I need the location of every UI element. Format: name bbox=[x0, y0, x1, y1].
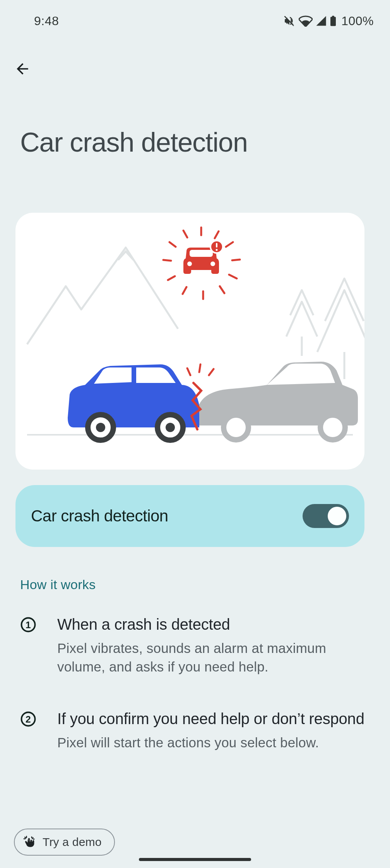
svg-line-23 bbox=[163, 260, 171, 261]
master-toggle-label: Car crash detection bbox=[31, 507, 168, 525]
battery-text: 100% bbox=[341, 14, 374, 28]
illustration-card bbox=[15, 213, 364, 470]
gesture-nav-handle[interactable] bbox=[139, 858, 251, 861]
svg-line-21 bbox=[183, 287, 186, 294]
status-icons-group: 100% bbox=[283, 14, 374, 28]
svg-line-11 bbox=[187, 368, 190, 375]
step-one-title: When a crash is detected bbox=[57, 614, 370, 634]
how-it-works-heading: How it works bbox=[20, 577, 96, 592]
svg-point-6 bbox=[320, 415, 345, 440]
svg-line-18 bbox=[229, 275, 237, 279]
svg-point-31 bbox=[216, 249, 218, 251]
step-two-badge-icon: 2 bbox=[20, 711, 36, 752]
crash-illustration bbox=[15, 213, 364, 470]
svg-point-8 bbox=[96, 423, 105, 432]
step-one: 1 When a crash is detected Pixel vibrate… bbox=[20, 614, 370, 677]
svg-rect-26 bbox=[190, 250, 213, 257]
svg-line-22 bbox=[168, 276, 175, 280]
step-two-desc: Pixel will start the actions you select … bbox=[57, 733, 370, 752]
svg-line-19 bbox=[220, 286, 224, 293]
status-bar: 9:48 100% bbox=[0, 0, 390, 31]
toggle-switch[interactable] bbox=[303, 504, 349, 528]
svg-line-17 bbox=[232, 260, 240, 260]
step-two-title: If you confirm you need help or don’t re… bbox=[57, 709, 370, 729]
svg-line-24 bbox=[169, 242, 176, 247]
svg-point-27 bbox=[187, 261, 192, 266]
svg-line-13 bbox=[209, 369, 214, 375]
svg-line-16 bbox=[226, 242, 233, 247]
wifi-icon bbox=[299, 15, 313, 27]
svg-point-28 bbox=[210, 261, 215, 266]
page-title: Car crash detection bbox=[20, 127, 248, 158]
toggle-knob bbox=[328, 507, 346, 525]
svg-line-15 bbox=[215, 231, 219, 238]
step-one-desc: Pixel vibrates, sounds an alarm at maxim… bbox=[57, 639, 370, 677]
master-toggle-card[interactable]: Car crash detection bbox=[15, 485, 364, 547]
svg-point-10 bbox=[166, 423, 175, 432]
svg-rect-30 bbox=[216, 243, 217, 248]
svg-line-25 bbox=[183, 231, 187, 238]
back-button[interactable] bbox=[14, 60, 31, 79]
svg-text:1: 1 bbox=[26, 620, 31, 630]
try-demo-button[interactable]: Try a demo bbox=[14, 829, 115, 856]
status-time: 9:48 bbox=[34, 14, 59, 28]
try-demo-label: Try a demo bbox=[43, 836, 102, 849]
tap-demo-icon bbox=[23, 836, 36, 849]
svg-point-5 bbox=[224, 415, 248, 440]
svg-rect-1 bbox=[332, 16, 334, 17]
step-one-badge-icon: 1 bbox=[20, 617, 36, 677]
arrow-back-icon bbox=[14, 60, 31, 77]
silent-icon bbox=[283, 15, 296, 27]
svg-line-12 bbox=[199, 364, 200, 372]
step-two: 2 If you confirm you need help or don’t … bbox=[20, 709, 370, 752]
signal-icon bbox=[316, 15, 327, 26]
svg-rect-0 bbox=[330, 17, 336, 26]
svg-text:2: 2 bbox=[26, 714, 31, 724]
battery-icon bbox=[330, 15, 337, 26]
